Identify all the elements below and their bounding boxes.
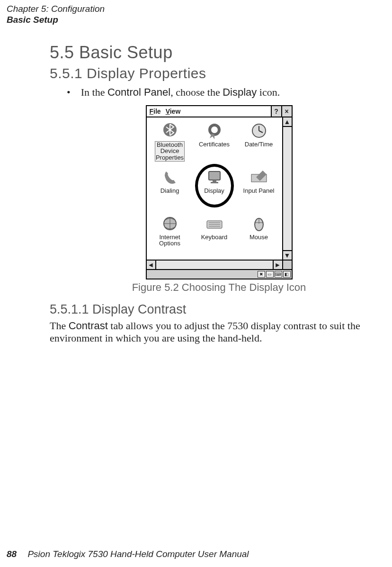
cp-item-bluetooth[interactable]: Bluetooth Device Properties	[148, 119, 192, 166]
menu-bar: File View	[147, 106, 271, 117]
display-icon	[204, 168, 225, 187]
cp-item-internet[interactable]: Internet Options	[148, 212, 192, 259]
scroll-corner	[282, 261, 292, 269]
page-footer: 88 Psion Teklogix 7530 Hand-Held Compute…	[7, 549, 249, 559]
cp-label: Dialing	[160, 188, 179, 194]
cp-item-mouse[interactable]: Mouse	[237, 212, 281, 259]
scroll-right-icon[interactable]: ►	[273, 261, 282, 269]
svg-rect-3	[209, 171, 220, 180]
svg-point-1	[210, 125, 219, 135]
cp-body: Bluetooth Device Properties Certificates…	[147, 117, 292, 260]
figure-5-2: File View ? × Bluetooth Device Propertie…	[50, 105, 388, 294]
tray-icon: ✖	[258, 271, 265, 278]
footer-title: Psion Teklogix 7530 Hand-Held Computer U…	[27, 549, 249, 559]
certificates-icon	[204, 121, 225, 140]
cp-label: Certificates	[199, 141, 230, 148]
section-line: Basic Setup	[7, 15, 392, 26]
bullet-item: • In the Control Panel, choose the Displ…	[50, 86, 388, 99]
tray-icon: ▭	[266, 271, 274, 278]
cp-label: Display	[204, 188, 224, 194]
page-header: Chapter 5: Configuration Basic Setup	[0, 4, 392, 26]
paragraph: The Contrast tab allows you to adjust th…	[50, 320, 388, 345]
cp-label: Input Panel	[243, 188, 275, 194]
cp-item-inputpanel[interactable]: Input Panel	[237, 166, 281, 212]
page-content: 5.5 Basic Setup 5.5.1 Display Properties…	[0, 26, 388, 345]
menu-view[interactable]: View	[166, 108, 181, 115]
globe-icon	[160, 214, 180, 233]
bullet-text: In the Control Panel, choose the Display…	[81, 86, 280, 99]
chapter-line: Chapter 5: Configuration	[7, 4, 392, 15]
keyboard-icon	[204, 214, 225, 233]
cp-item-keyboard[interactable]: Keyboard	[192, 212, 237, 259]
status-bar: ✖ ▭ ⌨ ◧	[147, 269, 292, 279]
cp-item-display[interactable]: Display	[192, 166, 237, 212]
svg-rect-5	[211, 182, 218, 183]
scroll-track[interactable]	[283, 127, 292, 250]
figure-caption: Figure 5.2 Choosing The Display Icon	[132, 281, 306, 294]
cp-item-network[interactable]: Network and	[148, 259, 192, 260]
heading-5-5: 5.5 Basic Setup	[50, 43, 388, 63]
bluetooth-icon	[160, 121, 180, 140]
cp-item-datetime[interactable]: Date/Time	[237, 119, 281, 166]
scroll-left-icon[interactable]: ◄	[147, 261, 156, 269]
mouse-icon	[249, 214, 269, 233]
svg-rect-4	[213, 180, 216, 182]
scroll-up-icon[interactable]: ▲	[283, 117, 292, 127]
cp-label: Internet Options	[159, 234, 180, 247]
help-button[interactable]: ?	[271, 106, 281, 117]
heading-5-5-1: 5.5.1 Display Properties	[50, 65, 388, 81]
horizontal-scrollbar[interactable]: ◄ ►	[147, 260, 292, 269]
cp-label: Mouse	[249, 234, 268, 241]
close-button[interactable]: ×	[281, 106, 292, 117]
hscroll-track[interactable]	[156, 261, 273, 269]
cp-item-dialing[interactable]: Dialing	[148, 166, 192, 212]
scroll-down-icon[interactable]: ▼	[283, 250, 292, 260]
cp-item-owner[interactable]: Owner	[192, 259, 237, 260]
cp-label: Bluetooth Device Properties	[155, 141, 185, 162]
menu-file[interactable]: File	[150, 108, 161, 115]
tray-icon: ⌨	[275, 271, 282, 278]
cp-item-certificates[interactable]: Certificates	[192, 119, 237, 166]
bullet-marker: •	[67, 86, 71, 99]
inputpanel-icon	[249, 168, 269, 187]
vertical-scrollbar[interactable]: ▲ ▼	[282, 117, 292, 260]
heading-5-5-1-1: 5.5.1.1 Display Contrast	[50, 302, 388, 317]
phone-icon	[160, 168, 180, 187]
cp-label: Date/Time	[245, 141, 273, 148]
cp-label: Keyboard	[201, 234, 228, 241]
clock-icon	[249, 121, 269, 140]
tray-icon: ◧	[283, 271, 291, 278]
page-number: 88	[7, 549, 17, 559]
control-panel-window: File View ? × Bluetooth Device Propertie…	[146, 105, 293, 279]
titlebar: File View ? ×	[147, 106, 292, 117]
cp-grid: Bluetooth Device Properties Certificates…	[147, 117, 282, 260]
cp-item-password[interactable]: Password	[237, 259, 281, 260]
